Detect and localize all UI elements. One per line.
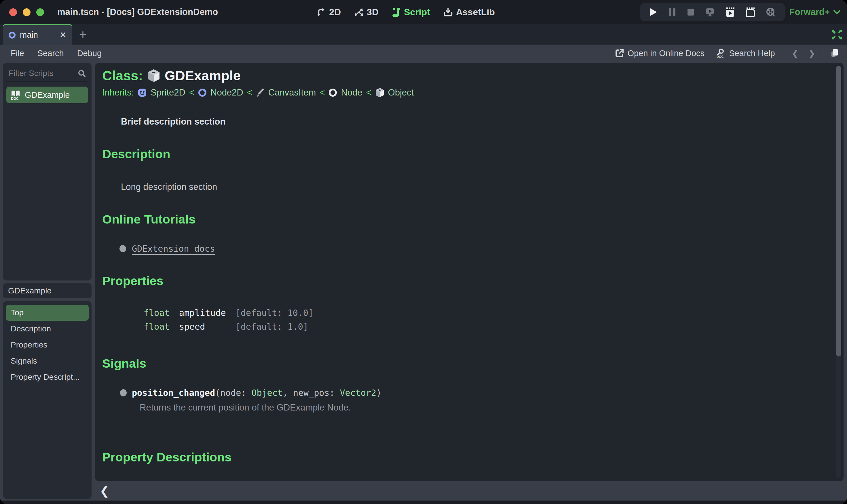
canvasitem-icon [256,88,264,97]
workspace-script-button[interactable]: Script [392,7,430,18]
bullet-icon [120,389,127,396]
class-name: GDExample [165,68,241,84]
renderer-selector[interactable]: Forward+ [790,0,841,24]
online-tutorials-heading: Online Tutorials [102,212,824,227]
menu-debug[interactable]: Debug [71,49,108,58]
class-label: Class: [102,68,143,84]
workspace-switcher: 2D 3D Script AssetLib [316,0,495,24]
svg-text:DOC: DOC [716,55,724,58]
property-name-link[interactable]: amplitude [179,308,236,318]
toggle-panel-button[interactable] [826,49,843,58]
filter-placeholder: Filter Scripts [8,69,78,78]
class-title: Class: GDExample [102,68,824,84]
stop-button[interactable] [687,8,694,16]
inherits-link-canvasitem[interactable]: CanvasItem [268,87,316,98]
inherits-link-node2d[interactable]: Node2D [210,87,243,98]
node2d-scene-icon [8,32,16,39]
bullet-icon [120,245,126,252]
signal-name: position_changed [132,388,215,398]
scene-tab-bar: main ✕ + [0,24,847,44]
property-default-value: [default: 1.0] [236,322,308,332]
open-online-docs-button[interactable]: Open in Online Docs [609,49,711,58]
object-icon [375,88,384,97]
property-row-amplitude: float amplitude [default: 10.0] [144,306,824,320]
workspace-assetlib-button[interactable]: AssetLib [443,7,495,18]
node2d-icon [198,88,207,97]
tab-close-icon[interactable]: ✕ [59,31,66,40]
outline-item-signals[interactable]: Signals [6,353,89,369]
property-default-value: [default: 10.0] [236,308,313,318]
inherits-line: Inherits: Sprite2D < Node2D < [102,87,824,98]
titlebar: main.tscn - [Docs] GDExtensionDemo 2D 3D… [0,0,847,24]
scripts-panel: Filter Scripts DOC GDExample [3,63,91,281]
window-title: main.tscn - [Docs] GDExtensionDemo [57,7,218,17]
workspace-2d-button[interactable]: 2D [316,7,341,18]
history-back-button[interactable]: ❮ [787,48,803,58]
outline-class-header: GDExample [3,283,91,298]
separator [784,48,784,59]
outline-item-property-descriptions[interactable]: Property Descript... [6,369,89,385]
description-heading: Description [102,147,824,161]
separator [823,48,824,59]
signals-heading: Signals [102,356,824,371]
assetlib-download-icon [443,7,453,17]
node-icon [328,88,337,97]
collapse-sidebar-button[interactable]: ❮ [100,484,109,498]
godot-editor-window: main.tscn - [Docs] GDExtensionDemo 2D 3D… [0,0,847,504]
signal-param-type-object[interactable]: Object [251,388,282,398]
properties-heading: Properties [102,274,824,288]
movie-maker-button[interactable] [766,7,776,17]
distraction-free-button[interactable] [831,29,842,40]
svg-text:DOC: DOC [11,97,19,100]
outline-item-description[interactable]: Description [6,321,89,337]
inherits-link-node[interactable]: Node [341,87,362,98]
add-scene-tab-button[interactable]: + [72,24,94,44]
inherits-link-sprite2d[interactable]: Sprite2D [151,87,185,98]
search-help-button[interactable]: DOC Search Help [710,48,781,58]
tab-label: main [20,30,38,40]
history-forward-button[interactable]: ❯ [803,48,820,58]
window-bottom-edge [0,501,847,504]
object-cube-icon [148,69,160,83]
2d-workspace-icon [316,7,326,17]
script-menu-bar: File Search Debug Open in Online Docs DO… [0,44,847,62]
script-list-item-gdexample[interactable]: DOC GDExample [6,87,88,103]
pause-button[interactable] [669,8,676,16]
doc-bottom-bar: ❮ [95,481,844,501]
external-link-icon [615,49,624,57]
class-doc-panel: Class: GDExample Inherits: Sprite2D < [95,63,844,481]
outline-item-properties[interactable]: Properties [6,337,89,353]
outline-item-top[interactable]: Top [6,305,89,321]
menu-search[interactable]: Search [31,49,71,58]
minimize-window-button[interactable] [23,8,31,16]
panel-icon [830,49,839,58]
chevron-down-icon [833,10,841,15]
zoom-window-button[interactable] [36,8,44,16]
tutorial-link-gdextension-docs[interactable]: GDExtension docs [132,244,215,254]
tab-main[interactable]: main ✕ [3,24,72,44]
property-type-link[interactable]: float [144,322,179,332]
inherits-link-object[interactable]: Object [388,87,414,98]
sprite2d-icon [138,88,147,97]
brief-description: Brief description section [121,116,824,127]
inherits-label: Inherits: [102,87,134,98]
play-custom-scene-button[interactable] [746,7,755,17]
doc-scrollbar-thumb[interactable] [836,66,841,356]
play-button[interactable] [650,8,658,16]
tutorial-list-item: GDExtension docs [120,244,824,254]
menu-bar-right: Open in Online Docs DOC Search Help ❮ ❯ [609,48,843,59]
properties-table: float amplitude [default: 10.0] float sp… [144,306,824,334]
filter-scripts-input[interactable]: Filter Scripts [6,65,88,82]
workspace-3d-button[interactable]: 3D [354,7,379,18]
play-remote-button[interactable] [705,7,714,17]
close-window-button[interactable] [9,8,17,16]
menu-file[interactable]: File [4,49,31,58]
property-type-link[interactable]: float [144,308,179,318]
property-name-link[interactable]: speed [179,322,236,332]
signal-param-type-vector2[interactable]: Vector2 [340,388,376,398]
property-descriptions-heading: Property Descriptions [102,450,824,464]
3d-workspace-icon [354,7,363,17]
play-scene-button[interactable] [726,7,735,17]
signal-position-changed: position_changed(node: Object, new_pos: … [120,388,824,398]
doc-outline-panel: Top Description Properties Signals Prope… [3,301,91,499]
